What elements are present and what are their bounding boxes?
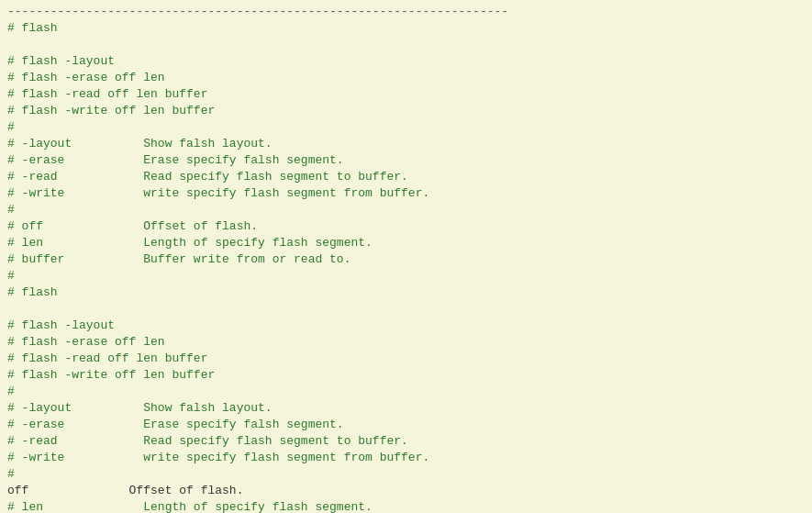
code-line: # flash	[7, 20, 805, 37]
code-line: #	[7, 384, 805, 400]
code-line: # flash -layout	[7, 53, 805, 70]
code-line: # flash -erase off len	[7, 334, 805, 351]
code-line	[7, 301, 805, 318]
code-container: ----------------------------------------…	[0, 0, 812, 513]
code-line: # buffer Buffer write from or read to.	[7, 251, 805, 268]
code-line: #	[7, 119, 805, 136]
code-line: # flash -read off len buffer	[7, 351, 805, 367]
code-line: # len Length of specify flash segment.	[7, 235, 805, 251]
code-line: # -layout Show falsh layout.	[7, 400, 805, 417]
code-line: # flash -layout	[7, 318, 805, 334]
code-line: #	[7, 466, 805, 483]
code-line: # flash -write off len buffer	[7, 367, 805, 384]
code-line: # -layout Show falsh layout.	[7, 136, 805, 152]
code-line: # flash -read off len buffer	[7, 86, 805, 103]
code-line: # -erase Erase specify falsh segment.	[7, 417, 805, 433]
code-line: #	[7, 268, 805, 284]
code-line: # -write write specify flash segment fro…	[7, 450, 805, 466]
code-line: # flash -write off len buffer	[7, 103, 805, 119]
code-line: # -erase Erase specify falsh segment.	[7, 152, 805, 169]
code-line: # flash	[7, 284, 805, 301]
code-line: #	[7, 202, 805, 218]
code-line: # flash -erase off len	[7, 70, 805, 86]
code-line	[7, 37, 805, 53]
code-line: # -read Read specify flash segment to bu…	[7, 433, 805, 450]
code-line: # len Length of specify flash segment.	[7, 499, 805, 513]
code-line: ----------------------------------------…	[7, 4, 805, 20]
code-line: off Offset of flash.	[7, 483, 805, 499]
code-line: # -write write specify flash segment fro…	[7, 185, 805, 202]
code-line: # off Offset of flash.	[7, 218, 805, 235]
code-line: # -read Read specify flash segment to bu…	[7, 169, 805, 185]
